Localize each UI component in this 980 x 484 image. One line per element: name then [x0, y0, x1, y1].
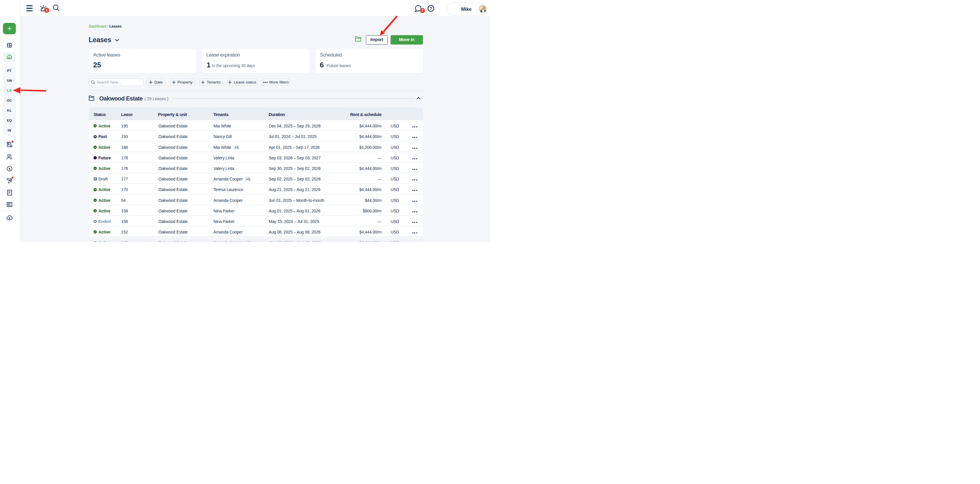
- svg-text:?: ?: [430, 6, 432, 11]
- svg-text:$: $: [9, 167, 11, 170]
